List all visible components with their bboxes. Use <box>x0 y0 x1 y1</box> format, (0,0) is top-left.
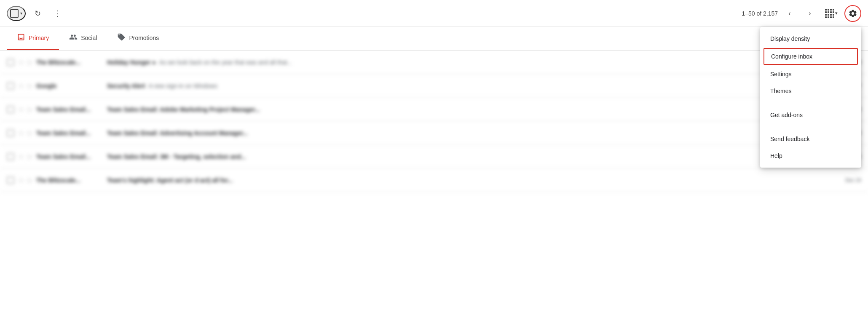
dropdown-divider-1 <box>760 103 861 103</box>
email-subject: Team Sales Email: 3M - Targeting, select… <box>107 153 246 160</box>
tab-promotions-label: Promotions <box>129 35 159 41</box>
email-preview: As we look back on the year that was and… <box>159 59 292 66</box>
page-info: 1–50 of 2,157 <box>742 10 778 17</box>
send-feedback-item[interactable]: Send feedback <box>760 131 861 147</box>
sender-name: The Blitzscale... <box>36 177 104 184</box>
row-checkbox[interactable] <box>7 176 14 184</box>
tab-bar: Primary Social Promotions <box>0 27 868 51</box>
star-icon[interactable]: ☆ <box>18 176 24 185</box>
settings-item[interactable]: Settings <box>760 66 861 83</box>
settings-button[interactable] <box>844 5 861 22</box>
email-subject: Holiday Hunger ● <box>107 59 156 66</box>
star-icon[interactable]: ☆ <box>18 128 24 138</box>
table-row[interactable]: ☆ ▷ The Blitzscale... Holiday Hunger ● A… <box>0 51 868 74</box>
configure-inbox-item[interactable]: Configure inbox <box>764 48 858 65</box>
email-list: ☆ ▷ The Blitzscale... Holiday Hunger ● A… <box>0 51 868 315</box>
row-checkbox[interactable] <box>7 153 14 160</box>
row-checkbox[interactable] <box>7 82 14 90</box>
row-checkbox[interactable] <box>7 106 14 113</box>
email-content: Team Sales Email: Advertising Account Ma… <box>107 130 842 136</box>
select-all-checkbox-icon <box>10 9 19 18</box>
table-row[interactable]: ☆ ▷ Team Sales Email... Team Sales Email… <box>0 98 868 121</box>
star-icon[interactable]: ☆ <box>18 105 24 114</box>
tab-social[interactable]: Social <box>59 27 107 50</box>
sender-name: The Blitzscale... <box>36 59 104 66</box>
row-checkbox[interactable] <box>7 129 14 137</box>
sender-name: Team Sales Email... <box>36 106 104 113</box>
star-icon[interactable]: ☆ <box>18 152 24 161</box>
email-subject: Team Sales Email: Adobe Marketing Projec… <box>107 106 260 113</box>
sender-name: Google <box>36 83 104 89</box>
email-content: Team's highlight: Agent act (or d act) a… <box>107 177 842 184</box>
more-options-button[interactable]: ⋮ <box>49 5 66 22</box>
get-addons-item[interactable]: Get add-ons <box>760 107 861 123</box>
email-subject: Team Sales Email: Advertising Account Ma… <box>107 130 248 136</box>
row-checkbox[interactable] <box>7 59 14 66</box>
email-subject: Team's highlight: Agent act (or d act) a… <box>107 177 233 184</box>
toolbar-right: 1–50 of 2,157 ‹ › ▾ <box>742 5 861 22</box>
important-icon[interactable]: ▷ <box>28 129 33 137</box>
select-all-button[interactable]: ▾ <box>7 6 26 21</box>
table-row[interactable]: ☆ ▷ Google Security Alert A new sign-in … <box>0 74 868 98</box>
toolbar-left: ▾ ↻ ⋮ <box>7 5 66 22</box>
email-subject: Security Alert <box>107 83 145 89</box>
tab-social-label: Social <box>81 35 97 41</box>
email-date: Dec 24 <box>845 177 861 183</box>
important-icon[interactable]: ▷ <box>28 152 33 160</box>
grid-btn-dropdown-icon: ▾ <box>835 11 838 16</box>
table-row[interactable]: ☆ ▷ Team Sales Email... Team Sales Email… <box>0 121 868 145</box>
sender-name: Team Sales Email... <box>36 153 104 160</box>
email-content: Team Sales Email: 3M - Targeting, select… <box>107 153 842 160</box>
toolbar: ▾ ↻ ⋮ 1–50 of 2,157 ‹ › ▾ <box>0 0 868 27</box>
important-icon[interactable]: ▷ <box>28 58 33 66</box>
display-density-item[interactable]: Display density <box>760 30 861 47</box>
email-preview: A new sign-in on Windows <box>149 83 217 89</box>
table-row[interactable]: ☆ ▷ The Blitzscale... Team's highlight: … <box>0 168 868 192</box>
next-page-button[interactable]: › <box>801 5 818 22</box>
star-icon[interactable]: ☆ <box>18 81 24 91</box>
email-content: Security Alert A new sign-in on Windows <box>107 83 842 89</box>
email-content: Holiday Hunger ● As we look back on the … <box>107 59 842 66</box>
refresh-button[interactable]: ↻ <box>29 5 46 22</box>
dropdown-divider-2 <box>760 127 861 127</box>
sender-name: Team Sales Email... <box>36 130 104 136</box>
promotions-tab-icon <box>117 33 126 43</box>
gear-icon <box>848 9 857 18</box>
themes-item[interactable]: Themes <box>760 83 861 99</box>
tab-promotions[interactable]: Promotions <box>107 27 169 50</box>
help-item[interactable]: Help <box>760 147 861 164</box>
tab-primary-label: Primary <box>29 35 49 41</box>
settings-dropdown: Display density Configure inbox Settings… <box>760 27 861 168</box>
table-row[interactable]: ☆ ▷ Team Sales Email... Team Sales Email… <box>0 145 868 168</box>
email-content: Team Sales Email: Adobe Marketing Projec… <box>107 106 842 113</box>
important-icon[interactable]: ▷ <box>28 176 33 184</box>
select-chevron-icon: ▾ <box>20 11 22 16</box>
primary-tab-icon <box>17 33 25 43</box>
important-icon[interactable]: ▷ <box>28 105 33 113</box>
main-content: Primary Social Promotions ☆ ▷ The Blitzs… <box>0 27 868 315</box>
prev-page-button[interactable]: ‹ <box>781 5 798 22</box>
tab-primary[interactable]: Primary <box>7 27 59 50</box>
social-tab-icon <box>69 33 78 43</box>
app-grid-button[interactable]: ▾ <box>822 6 841 21</box>
important-icon[interactable]: ▷ <box>28 82 33 90</box>
star-icon[interactable]: ☆ <box>18 58 24 67</box>
grid-icon <box>825 9 834 18</box>
